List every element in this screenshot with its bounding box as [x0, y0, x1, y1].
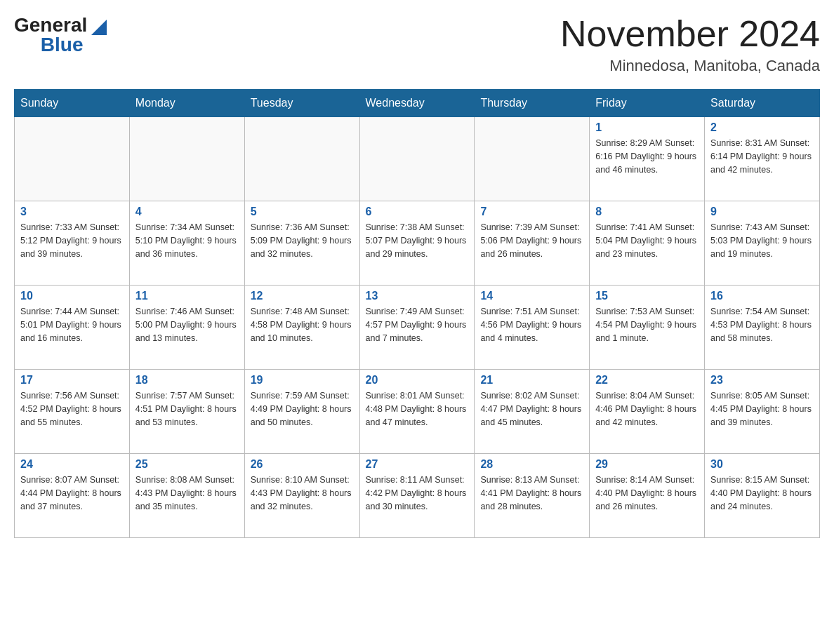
day-info: Sunrise: 8:29 AM Sunset: 6:16 PM Dayligh…	[595, 137, 699, 176]
day-info: Sunrise: 7:44 AM Sunset: 5:01 PM Dayligh…	[20, 305, 124, 344]
day-number: 5	[251, 206, 354, 218]
day-number: 16	[710, 290, 814, 302]
calendar-cell: 27Sunrise: 8:11 AM Sunset: 4:42 PM Dayli…	[359, 454, 475, 538]
calendar-cell: 17Sunrise: 7:56 AM Sunset: 4:52 PM Dayli…	[15, 370, 130, 454]
calendar-cell: 22Sunrise: 8:04 AM Sunset: 4:46 PM Dayli…	[590, 370, 705, 454]
day-number: 21	[480, 374, 583, 387]
day-info: Sunrise: 7:39 AM Sunset: 5:06 PM Dayligh…	[480, 221, 583, 260]
calendar-table: SundayMondayTuesdayWednesdayThursdayFrid…	[14, 89, 820, 538]
calendar-cell: 6Sunrise: 7:38 AM Sunset: 5:07 PM Daylig…	[359, 201, 475, 286]
calendar-cell	[15, 117, 130, 201]
day-info: Sunrise: 8:04 AM Sunset: 4:46 PM Dayligh…	[595, 389, 699, 429]
day-info: Sunrise: 7:51 AM Sunset: 4:56 PM Dayligh…	[480, 305, 583, 344]
calendar-cell: 10Sunrise: 7:44 AM Sunset: 5:01 PM Dayli…	[15, 286, 130, 370]
calendar-cell: 13Sunrise: 7:49 AM Sunset: 4:57 PM Dayli…	[359, 286, 475, 370]
day-info: Sunrise: 8:10 AM Sunset: 4:43 PM Dayligh…	[251, 474, 354, 513]
calendar-cell: 29Sunrise: 8:14 AM Sunset: 4:40 PM Dayli…	[590, 454, 705, 538]
day-info: Sunrise: 8:14 AM Sunset: 4:40 PM Dayligh…	[595, 474, 699, 513]
calendar-cell: 12Sunrise: 7:48 AM Sunset: 4:58 PM Dayli…	[244, 286, 359, 370]
day-info: Sunrise: 8:13 AM Sunset: 4:41 PM Dayligh…	[480, 474, 583, 513]
weekday-header-thursday: Thursday	[475, 90, 590, 117]
day-info: Sunrise: 7:48 AM Sunset: 4:58 PM Dayligh…	[251, 305, 354, 344]
calendar-cell: 7Sunrise: 7:39 AM Sunset: 5:06 PM Daylig…	[475, 201, 590, 286]
day-number: 9	[710, 206, 814, 218]
day-number: 17	[20, 374, 124, 387]
calendar-cell: 3Sunrise: 7:33 AM Sunset: 5:12 PM Daylig…	[15, 201, 130, 286]
weekday-header-wednesday: Wednesday	[359, 90, 475, 117]
day-info: Sunrise: 7:33 AM Sunset: 5:12 PM Dayligh…	[20, 221, 124, 260]
calendar-cell: 21Sunrise: 8:02 AM Sunset: 4:47 PM Dayli…	[475, 370, 590, 454]
day-number: 15	[595, 290, 699, 302]
day-info: Sunrise: 7:41 AM Sunset: 5:04 PM Dayligh…	[595, 221, 699, 260]
day-info: Sunrise: 8:31 AM Sunset: 6:14 PM Dayligh…	[710, 137, 814, 176]
calendar-cell: 23Sunrise: 8:05 AM Sunset: 4:45 PM Dayli…	[705, 370, 820, 454]
calendar-cell: 30Sunrise: 8:15 AM Sunset: 4:40 PM Dayli…	[705, 454, 820, 538]
day-info: Sunrise: 7:43 AM Sunset: 5:03 PM Dayligh…	[710, 221, 814, 260]
calendar-cell	[359, 117, 475, 201]
title-section: November 2024 Minnedosa, Manitoba, Canad…	[560, 14, 820, 75]
calendar-cell: 16Sunrise: 7:54 AM Sunset: 4:53 PM Dayli…	[705, 286, 820, 370]
calendar-cell: 19Sunrise: 7:59 AM Sunset: 4:49 PM Dayli…	[244, 370, 359, 454]
day-number: 7	[480, 206, 583, 218]
location-title: Minnedosa, Manitoba, Canada	[560, 57, 820, 75]
day-number: 14	[480, 290, 583, 302]
calendar-week-4: 17Sunrise: 7:56 AM Sunset: 4:52 PM Dayli…	[15, 370, 820, 454]
day-info: Sunrise: 8:08 AM Sunset: 4:43 PM Dayligh…	[135, 474, 239, 513]
calendar-cell: 14Sunrise: 7:51 AM Sunset: 4:56 PM Dayli…	[475, 286, 590, 370]
day-number: 22	[595, 374, 699, 387]
calendar-cell	[475, 117, 590, 201]
day-number: 4	[135, 206, 239, 218]
day-info: Sunrise: 8:11 AM Sunset: 4:42 PM Dayligh…	[366, 474, 469, 513]
day-number: 24	[20, 458, 124, 471]
calendar-cell	[129, 117, 244, 201]
day-info: Sunrise: 7:46 AM Sunset: 5:00 PM Dayligh…	[135, 305, 239, 344]
calendar-cell: 8Sunrise: 7:41 AM Sunset: 5:04 PM Daylig…	[590, 201, 705, 286]
calendar-cell: 5Sunrise: 7:36 AM Sunset: 5:09 PM Daylig…	[244, 201, 359, 286]
day-info: Sunrise: 7:54 AM Sunset: 4:53 PM Dayligh…	[710, 305, 814, 344]
day-info: Sunrise: 8:15 AM Sunset: 4:40 PM Dayligh…	[710, 474, 814, 513]
day-info: Sunrise: 7:53 AM Sunset: 4:54 PM Dayligh…	[595, 305, 699, 344]
calendar-cell: 26Sunrise: 8:10 AM Sunset: 4:43 PM Dayli…	[244, 454, 359, 538]
day-info: Sunrise: 8:02 AM Sunset: 4:47 PM Dayligh…	[480, 389, 583, 429]
calendar-cell: 4Sunrise: 7:34 AM Sunset: 5:10 PM Daylig…	[129, 201, 244, 286]
day-number: 11	[135, 290, 239, 302]
day-number: 10	[20, 290, 124, 302]
day-number: 8	[595, 206, 699, 218]
day-number: 1	[595, 121, 699, 134]
logo-text-blue: Blue	[41, 34, 84, 55]
day-number: 3	[20, 206, 124, 218]
day-info: Sunrise: 7:34 AM Sunset: 5:10 PM Dayligh…	[135, 221, 239, 260]
calendar-cell: 24Sunrise: 8:07 AM Sunset: 4:44 PM Dayli…	[15, 454, 130, 538]
calendar-cell: 20Sunrise: 8:01 AM Sunset: 4:48 PM Dayli…	[359, 370, 475, 454]
calendar-cell: 18Sunrise: 7:57 AM Sunset: 4:51 PM Dayli…	[129, 370, 244, 454]
page-header: General Blue November 2024 Minnedosa, Ma…	[14, 14, 820, 75]
day-number: 19	[251, 374, 354, 387]
day-info: Sunrise: 7:49 AM Sunset: 4:57 PM Dayligh…	[366, 305, 469, 344]
day-number: 29	[595, 458, 699, 471]
weekday-header-tuesday: Tuesday	[244, 90, 359, 117]
day-info: Sunrise: 7:38 AM Sunset: 5:07 PM Dayligh…	[366, 221, 469, 260]
day-number: 28	[480, 458, 583, 471]
calendar-week-1: 1Sunrise: 8:29 AM Sunset: 6:16 PM Daylig…	[15, 117, 820, 201]
calendar-body: 1Sunrise: 8:29 AM Sunset: 6:16 PM Daylig…	[15, 117, 820, 538]
day-number: 6	[366, 206, 469, 218]
calendar-cell: 15Sunrise: 7:53 AM Sunset: 4:54 PM Dayli…	[590, 286, 705, 370]
weekday-header-friday: Friday	[590, 90, 705, 117]
calendar-week-2: 3Sunrise: 7:33 AM Sunset: 5:12 PM Daylig…	[15, 201, 820, 286]
day-info: Sunrise: 8:01 AM Sunset: 4:48 PM Dayligh…	[366, 389, 469, 429]
day-info: Sunrise: 7:56 AM Sunset: 4:52 PM Dayligh…	[20, 389, 124, 429]
logo-triangle-icon	[88, 15, 110, 36]
logo-icon: General Blue	[14, 14, 110, 56]
day-number: 26	[251, 458, 354, 471]
day-number: 20	[366, 374, 469, 387]
calendar-cell: 11Sunrise: 7:46 AM Sunset: 5:00 PM Dayli…	[129, 286, 244, 370]
calendar-cell: 25Sunrise: 8:08 AM Sunset: 4:43 PM Dayli…	[129, 454, 244, 538]
day-info: Sunrise: 7:59 AM Sunset: 4:49 PM Dayligh…	[251, 389, 354, 429]
weekday-header-monday: Monday	[129, 90, 244, 117]
day-info: Sunrise: 8:07 AM Sunset: 4:44 PM Dayligh…	[20, 474, 124, 513]
day-info: Sunrise: 8:05 AM Sunset: 4:45 PM Dayligh…	[710, 389, 814, 429]
calendar-cell: 28Sunrise: 8:13 AM Sunset: 4:41 PM Dayli…	[475, 454, 590, 538]
svg-marker-0	[91, 20, 107, 35]
calendar-cell: 9Sunrise: 7:43 AM Sunset: 5:03 PM Daylig…	[705, 201, 820, 286]
day-number: 2	[710, 121, 814, 134]
